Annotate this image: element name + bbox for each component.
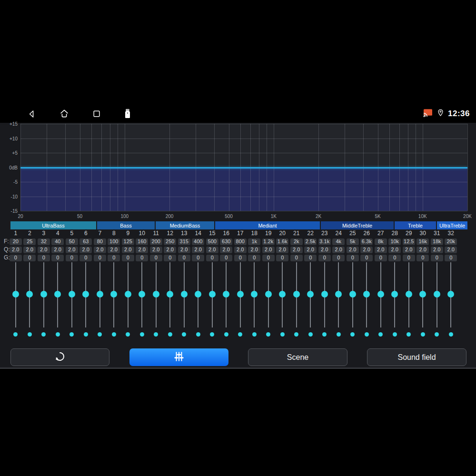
gain-slider[interactable]: [177, 262, 191, 328]
gain-value-chip[interactable]: 0: [304, 255, 317, 261]
gain-slider[interactable]: [388, 262, 402, 328]
q-value-chip[interactable]: 2.0: [248, 247, 260, 253]
slider-knob[interactable]: [419, 291, 426, 298]
gain-value-chip[interactable]: 0: [108, 255, 120, 261]
slider-knob[interactable]: [293, 291, 300, 298]
gain-value-chip[interactable]: 0: [10, 255, 22, 261]
freq-value-chip[interactable]: 630: [220, 238, 232, 245]
gain-value-chip[interactable]: 0: [38, 255, 50, 261]
gain-slider[interactable]: [430, 262, 444, 328]
freq-value-chip[interactable]: 20: [10, 238, 22, 245]
freq-value-chip[interactable]: 63: [79, 238, 92, 245]
q-value-chip[interactable]: 2.0: [66, 247, 78, 253]
gain-slider[interactable]: [317, 262, 332, 328]
q-value-chip[interactable]: 2.0: [375, 247, 387, 253]
freq-value-chip[interactable]: 315: [178, 238, 190, 245]
freq-value-chip[interactable]: 800: [234, 238, 247, 245]
gain-value-chip[interactable]: 0: [290, 255, 303, 261]
gain-value-chip[interactable]: 0: [248, 255, 260, 261]
q-value-chip[interactable]: 2.0: [220, 247, 232, 253]
gain-value-chip[interactable]: 0: [234, 255, 247, 261]
gain-slider[interactable]: [248, 262, 262, 328]
freq-value-chip[interactable]: 8k: [375, 238, 387, 245]
slider-knob[interactable]: [195, 291, 201, 298]
gain-value-chip[interactable]: 0: [122, 255, 134, 261]
gain-value-chip[interactable]: 0: [66, 255, 78, 261]
gain-value-chip[interactable]: 0: [347, 255, 359, 261]
slider-knob[interactable]: [97, 291, 103, 298]
q-value-chip[interactable]: 2.0: [10, 247, 22, 253]
gain-slider[interactable]: [23, 262, 37, 328]
gain-slider[interactable]: [149, 262, 163, 328]
gain-slider[interactable]: [37, 262, 51, 328]
slider-knob[interactable]: [321, 291, 328, 298]
gain-value-chip[interactable]: 0: [318, 255, 331, 261]
q-value-chip[interactable]: 2.0: [164, 247, 176, 253]
q-value-chip[interactable]: 2.0: [79, 247, 92, 253]
gain-value-chip[interactable]: 0: [150, 255, 162, 261]
slider-knob[interactable]: [153, 291, 159, 298]
freq-value-chip[interactable]: 1.2k: [262, 238, 275, 245]
gain-slider[interactable]: [374, 262, 388, 328]
gain-value-chip[interactable]: 0: [94, 255, 106, 261]
freq-value-chip[interactable]: 500: [206, 238, 218, 245]
gain-slider[interactable]: [276, 262, 290, 328]
slider-knob[interactable]: [12, 291, 19, 298]
gain-slider[interactable]: [9, 262, 23, 328]
gain-slider[interactable]: [233, 262, 248, 328]
slider-knob[interactable]: [279, 291, 286, 298]
q-value-chip[interactable]: 2.0: [192, 247, 204, 253]
gain-value-chip[interactable]: 0: [360, 255, 373, 261]
scene-button[interactable]: Scene: [248, 348, 347, 366]
q-value-chip[interactable]: 2.0: [23, 247, 36, 253]
gain-slider[interactable]: [121, 262, 135, 328]
gain-slider[interactable]: [289, 262, 304, 328]
gain-slider[interactable]: [163, 262, 178, 328]
q-value-chip[interactable]: 2.0: [347, 247, 359, 253]
slider-knob[interactable]: [181, 291, 188, 298]
q-value-chip[interactable]: 2.0: [276, 247, 288, 253]
freq-value-chip[interactable]: 100: [108, 238, 120, 245]
gain-value-chip[interactable]: 0: [79, 255, 92, 261]
gain-slider[interactable]: [332, 262, 346, 328]
freq-value-chip[interactable]: 10k: [388, 238, 401, 245]
slider-knob[interactable]: [363, 291, 370, 298]
gain-value-chip[interactable]: 0: [192, 255, 204, 261]
gain-value-chip[interactable]: 0: [206, 255, 218, 261]
slider-knob[interactable]: [391, 291, 398, 298]
gain-slider[interactable]: [219, 262, 234, 328]
slider-knob[interactable]: [110, 291, 117, 298]
slider-knob[interactable]: [209, 291, 216, 298]
gain-slider[interactable]: [205, 262, 219, 328]
freq-value-chip[interactable]: 18k: [431, 238, 443, 245]
q-value-chip[interactable]: 2.0: [206, 247, 218, 253]
slider-knob[interactable]: [26, 291, 33, 298]
freq-value-chip[interactable]: 2.5k: [304, 238, 317, 245]
freq-value-chip[interactable]: 50: [66, 238, 78, 245]
slider-knob[interactable]: [40, 291, 47, 298]
gain-value-chip[interactable]: 0: [178, 255, 190, 261]
gain-value-chip[interactable]: 0: [416, 255, 429, 261]
q-value-chip[interactable]: 2.0: [262, 247, 275, 253]
recents-icon[interactable]: [92, 109, 101, 119]
slider-knob[interactable]: [125, 291, 131, 298]
freq-value-chip[interactable]: 125: [122, 238, 134, 245]
gain-value-chip[interactable]: 0: [262, 255, 275, 261]
gain-slider[interactable]: [402, 262, 416, 328]
gain-slider[interactable]: [261, 262, 276, 328]
gain-value-chip[interactable]: 0: [276, 255, 288, 261]
freq-value-chip[interactable]: 20k: [445, 238, 457, 245]
gain-slider[interactable]: [79, 262, 93, 328]
gain-slider[interactable]: [135, 262, 149, 328]
freq-value-chip[interactable]: 1.6k: [276, 238, 288, 245]
q-value-chip[interactable]: 2.0: [445, 247, 457, 253]
gain-slider[interactable]: [360, 262, 374, 328]
slider-knob[interactable]: [69, 291, 75, 298]
gain-value-chip[interactable]: 0: [431, 255, 443, 261]
gain-value-chip[interactable]: 0: [51, 255, 64, 261]
q-value-chip[interactable]: 2.0: [416, 247, 429, 253]
slider-knob[interactable]: [307, 291, 314, 298]
q-value-chip[interactable]: 2.0: [178, 247, 190, 253]
slider-knob[interactable]: [335, 291, 342, 298]
q-value-chip[interactable]: 2.0: [403, 247, 415, 253]
